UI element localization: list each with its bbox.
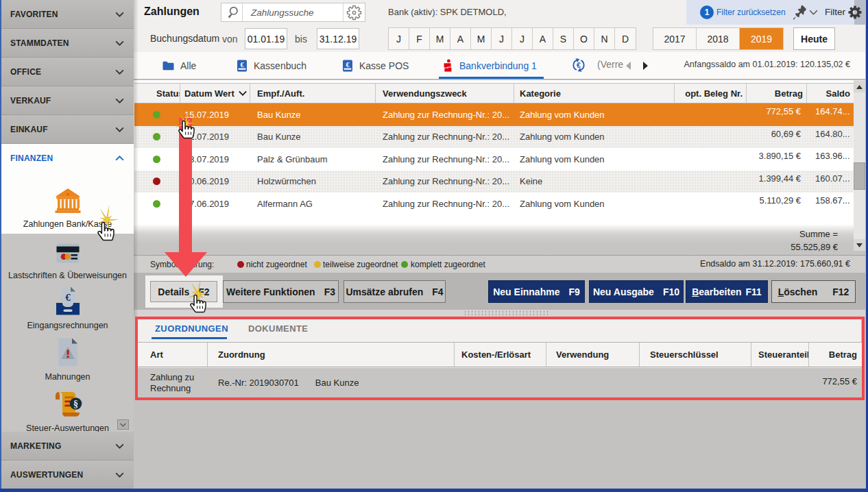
tab-scroll-left-icon[interactable] <box>625 61 631 71</box>
sidebar-item-steuer-auswertungen[interactable]: § Steuer-Auswertungen <box>1 391 134 433</box>
application-window: FAVORITEN STAMMDATEN OFFICE VERKAUF EINK… <box>0 0 868 492</box>
panel-tab-zuordnungen[interactable]: ZUORDNUNGEN <box>155 323 228 334</box>
table-row[interactable]: 30.06.2019 Holzwürmchen Zahlung zur Rech… <box>134 171 854 193</box>
sidebar-section-stammdaten[interactable]: STAMMDATEN <box>1 29 134 58</box>
button-label: Löschen <box>778 286 818 297</box>
table-row-selected[interactable]: 15.07.2019 Bau Kunze Zahlung zur Rechnun… <box>134 103 854 126</box>
sidebar-item-zahlungen-bank-kasse[interactable]: Zahlungen Bank/Kasse <box>1 188 134 229</box>
month-button-mai[interactable]: M <box>471 28 492 49</box>
sidebar-section-marketing[interactable]: MARKETING <box>1 432 134 460</box>
panel-column-art[interactable]: Art <box>138 343 208 367</box>
neu-ausgabe-button[interactable]: Neu Ausgabe F10 <box>589 280 684 303</box>
details-button[interactable]: Details F2 <box>150 281 217 302</box>
month-button-aug[interactable]: A <box>533 28 553 49</box>
panel-column-zuordnung[interactable]: Zuordnung <box>208 343 455 367</box>
panel-column-steueranteil[interactable]: Steueranteil <box>751 343 809 367</box>
panel-column-kosten-erloesart[interactable]: Kosten-/Erlösart <box>455 343 546 367</box>
sidebar-bottom-sections: MARKETING AUSWERTUNGEN <box>1 432 134 489</box>
sidebar-item-eingangsrechnungen[interactable]: € Eingangsrechnungen <box>1 286 134 330</box>
panel-column-betrag[interactable]: Betrag <box>809 343 862 367</box>
month-button-apr[interactable]: A <box>450 28 471 49</box>
sidebar-scroll-more-button[interactable] <box>117 419 129 430</box>
active-tab-underline <box>439 77 544 79</box>
table-row[interactable]: 12.07.2019 Bau Kunze Zahlung zur Rechnun… <box>134 126 854 149</box>
month-button-mar[interactable]: M <box>430 28 450 49</box>
month-button-nov[interactable]: N <box>594 28 615 49</box>
sidebar-item-mahnungen[interactable]: Mahnungen <box>1 338 134 382</box>
scrollbar-down-button[interactable] <box>854 239 865 251</box>
loeschen-button[interactable]: Löschen F12 <box>771 280 856 303</box>
panel-row[interactable]: Zahlung zu Rechnung Re.-Nr: 2019030701 B… <box>138 368 862 397</box>
sidebar-section-office[interactable]: OFFICE <box>1 58 134 86</box>
legend-title: Symbolerklärung: <box>150 260 214 269</box>
column-header-empf-auft[interactable]: Empf./Auft. <box>250 84 376 103</box>
tab-kassenbuch[interactable]: € Kassenbuch <box>237 52 306 79</box>
year-button-2018[interactable]: 2018 <box>697 28 740 49</box>
chevron-down-icon[interactable] <box>809 10 818 15</box>
triangle-up-icon <box>856 85 863 89</box>
month-button-jul[interactable]: J <box>512 28 533 49</box>
column-header-beleg-nr[interactable]: opt. Beleg Nr. <box>675 84 747 103</box>
date-from-input[interactable]: 01.01.19 <box>245 28 287 49</box>
search-input[interactable]: Zahlungssuche <box>243 3 343 21</box>
pin-icon[interactable] <box>793 5 806 20</box>
table-row[interactable]: 27.06.2019 Alfermann AG Zahlung zur Rech… <box>134 193 854 215</box>
bearbeiten-button[interactable]: Bearbeiten F11 <box>686 280 768 303</box>
column-header-verwendungszweck[interactable]: Verwendungszweck <box>376 84 514 103</box>
main-content: Zahlungen Zahlungssuche Bank (aktiv): SP… <box>134 0 865 489</box>
betrag-cell: 772,55 € <box>747 103 807 126</box>
weitere-funktionen-button[interactable]: Weitere Funktionen F3 <box>223 280 339 303</box>
svg-text:€: € <box>240 60 244 68</box>
column-header-kategorie[interactable]: Kategorie <box>514 84 675 103</box>
tab-alle[interactable]: Alle <box>162 52 196 79</box>
year-button-2019[interactable]: 2019 <box>740 28 783 49</box>
vertical-scrollbar-track[interactable] <box>854 80 865 239</box>
column-header-saldo[interactable]: Saldo <box>807 84 854 103</box>
table-row[interactable]: 03.07.2019 Palz & Grünbaum Zahlung zur R… <box>134 148 854 171</box>
sidebar-item-lastschriften[interactable]: Lastschriften & Überweisungen <box>1 243 134 280</box>
splitter-grip-handle[interactable] <box>463 310 548 316</box>
legend-dot-nicht <box>237 261 244 268</box>
month-button-dez[interactable]: D <box>615 28 636 49</box>
sidebar-item-label: Lastschriften & Überweisungen <box>1 271 134 280</box>
today-button[interactable]: Heute <box>793 27 835 50</box>
table-header-row: Status Datum Wert Empf./Auft. Verwendung… <box>134 83 854 103</box>
date-to-input[interactable]: 31.12.19 <box>317 28 359 49</box>
column-header-datum-wert[interactable]: Datum Wert <box>180 84 250 103</box>
gear-icon[interactable] <box>848 5 862 19</box>
umsaetze-abrufen-button[interactable]: Umsätze abrufen F4 <box>343 280 446 303</box>
chevron-down-icon <box>120 423 126 427</box>
month-button-sep[interactable]: S <box>553 28 574 49</box>
search-settings-segment[interactable] <box>343 3 365 21</box>
sidebar-section-favoriten[interactable]: FAVORITEN <box>1 0 134 29</box>
panel-column-verwendung[interactable]: Verwendung <box>546 343 640 367</box>
panel-tab-dokumente[interactable]: DOKUMENTE <box>248 323 308 334</box>
tab-kasse-pos[interactable]: € Kasse POS <box>342 52 409 79</box>
search-submit-segment[interactable] <box>221 3 243 21</box>
sidebar-section-einkauf[interactable]: EINKAUF <box>1 115 134 144</box>
month-button-jun[interactable]: J <box>492 28 512 49</box>
column-header-status[interactable]: Status <box>134 84 180 103</box>
month-button-okt[interactable]: O <box>574 28 594 49</box>
sidebar-section-verkauf[interactable]: VERKAUF <box>1 86 134 115</box>
tab-scroll-right-icon[interactable] <box>642 61 649 71</box>
scrollbar-up-button[interactable] <box>854 81 865 93</box>
column-header-betrag[interactable]: Betrag <box>747 84 807 103</box>
filter-reset-link[interactable]: Filter zurücksetzen <box>716 8 786 17</box>
gear-icon <box>346 5 362 21</box>
panel-column-steuerschluessel[interactable]: Steuerschlüssel <box>640 343 751 367</box>
tab-bankverbindung-1[interactable]: Bankverbindung 1 <box>442 52 537 79</box>
scrollbar-thumb[interactable] <box>854 162 865 190</box>
legend-label-komplett: komplett zugeordnet <box>411 260 485 269</box>
sidebar-section-auswertungen[interactable]: AUSWERTUNGEN <box>1 460 134 489</box>
neu-einnahme-button[interactable]: Neu Einnahme F9 <box>488 280 585 303</box>
status-cell <box>134 171 180 193</box>
sync-euro-icon[interactable]: € <box>571 58 586 73</box>
month-button-feb[interactable]: F <box>409 28 430 49</box>
year-button-2017[interactable]: 2017 <box>653 28 697 49</box>
month-button-jan[interactable]: J <box>389 28 409 49</box>
button-fkey: F12 <box>832 286 849 297</box>
chevron-down-icon <box>115 472 124 478</box>
tab-overflow-truncated[interactable]: (Verre <box>597 59 623 70</box>
sidebar-section-finanzen[interactable]: FINANZEN <box>1 144 134 173</box>
